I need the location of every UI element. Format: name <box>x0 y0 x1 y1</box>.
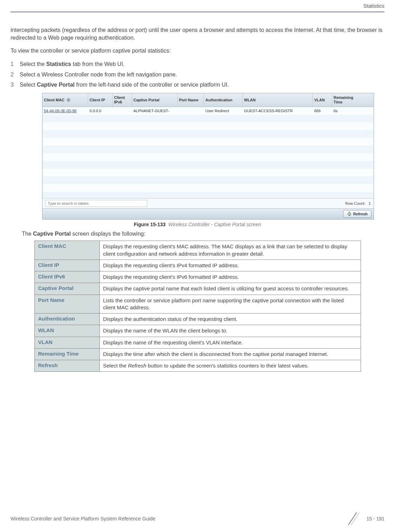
desc-label: WLAN <box>34 325 99 337</box>
step-1: 1 Select the Statistics tab from the Web… <box>11 60 384 69</box>
page-header: Statistics <box>11 0 384 12</box>
desc-table-row: AuthenticationDisplays the authenticatio… <box>34 314 361 325</box>
cell-client-ip: 0.0.0.0 <box>88 109 113 113</box>
desc-text: Displays the captive portal name that ea… <box>99 283 361 295</box>
screenshot-figure: Client MAC Client IP Client IPv6 Captive… <box>42 93 374 220</box>
desc-text: Displays the authentication status of th… <box>99 314 361 325</box>
desc-label: VLAN <box>34 337 99 348</box>
step-text: Select Captive Portal from the left-hand… <box>20 80 229 89</box>
page-footer: Wireless Controller and Service Platform… <box>11 512 384 526</box>
table-row[interactable]: 54-44-08-3E-00-98 0.0.0.0 ALPHANET-GUEST… <box>42 107 374 115</box>
table-intro: The Captive Portal screen displays the f… <box>22 231 384 237</box>
table-header-row: Client MAC Client IP Client IPv6 Captive… <box>42 93 374 107</box>
desc-label: Port Name <box>34 295 99 314</box>
col-header-port-name[interactable]: Port Name <box>178 93 204 107</box>
desc-table-row: RefreshSelect the Refresh button to upda… <box>34 360 361 372</box>
col-header-client-ip[interactable]: Client IP <box>88 93 113 107</box>
col-header-authentication[interactable]: Authentication <box>204 93 243 107</box>
client-mac-link[interactable]: 54-44-08-3E-00-98 <box>44 109 77 113</box>
refresh-icon <box>347 211 352 216</box>
guide-title: Wireless Controller and Service Platform… <box>11 516 155 521</box>
step-3: 3 Select Captive Portal from the left-ha… <box>11 80 384 89</box>
desc-text: Displays the requesting client's IPv6 fo… <box>99 271 361 283</box>
desc-table-row: VLANDisplays the name of the requesting … <box>34 337 361 348</box>
captive-portal-table: Client MAC Client IP Client IPv6 Captive… <box>42 93 374 220</box>
step-text: Select a Wireless Controller node from t… <box>20 70 177 79</box>
desc-label: Captive Portal <box>34 283 99 295</box>
desc-table-row: Remaining TimeDisplays the time after wh… <box>34 348 361 360</box>
table-footer: Row Count: 1 <box>42 198 374 208</box>
figure-caption: Figure 15-133 Wireless Controller - Capt… <box>11 222 384 227</box>
cell-remaining-time: 0s <box>332 109 364 113</box>
desc-label: Client MAC <box>34 241 99 260</box>
table-search-input[interactable] <box>45 200 147 207</box>
step-number: 2 <box>11 70 15 79</box>
desc-table-row: Captive PortalDisplays the captive porta… <box>34 283 361 295</box>
desc-label: Authentication <box>34 314 99 325</box>
step-number: 1 <box>11 60 15 69</box>
desc-text: Displays the time after which the client… <box>99 348 361 360</box>
desc-table-row: Port NameLists the controller or service… <box>34 295 361 314</box>
desc-text: Displays the name of the WLAN the client… <box>99 325 361 337</box>
intro-paragraph-1: intercepting packets (regardless of the … <box>11 26 384 42</box>
bold-statistics: Statistics <box>46 61 71 67</box>
section-title: Statistics <box>363 3 384 9</box>
desc-label: Remaining Time <box>34 348 99 360</box>
step-number: 3 <box>11 80 15 89</box>
step-text: Select the Statistics tab from the Web U… <box>20 60 125 69</box>
cell-vlan: 666 <box>313 109 332 113</box>
refresh-button[interactable]: Refresh <box>343 210 371 218</box>
desc-label: Refresh <box>34 360 99 372</box>
col-header-client-mac[interactable]: Client MAC <box>42 93 88 107</box>
desc-label: Client IP <box>34 260 99 271</box>
desc-table-row: Client MACDisplays the requesting client… <box>34 241 361 260</box>
step-2: 2 Select a Wireless Controller node from… <box>11 70 384 79</box>
desc-text: Displays the requesting client's IPv4 fo… <box>99 260 361 271</box>
desc-text: Displays the name of the requesting clie… <box>99 337 361 348</box>
cell-wlan: GUEST-ACCESS-REGISTR <box>243 109 313 113</box>
desc-text: Displays the requesting client's MAC add… <box>99 241 361 260</box>
col-header-captive-portal[interactable]: Captive Portal <box>132 93 178 107</box>
action-bar: Refresh <box>42 208 374 219</box>
desc-text: Select the Refresh button to update the … <box>99 360 361 372</box>
steps-list: 1 Select the Statistics tab from the Web… <box>11 60 384 89</box>
desc-text: Lists the controller or service platform… <box>99 295 361 314</box>
intro-paragraph-2: To view the controller or service platfo… <box>11 47 384 55</box>
col-header-wlan[interactable]: WLAN <box>243 93 313 107</box>
col-header-client-ipv6[interactable]: Client IPv6 <box>113 93 132 107</box>
figure-description: Wireless Controller - Captive Portal scr… <box>168 222 261 227</box>
cell-authentication: User Redirect <box>204 109 243 113</box>
desc-table-row: WLANDisplays the name of the WLAN the cl… <box>34 325 361 337</box>
col-header-vlan[interactable]: VLAN <box>313 93 332 107</box>
page-number: 15 - 191 <box>367 516 384 521</box>
desc-label: Client IPv6 <box>34 271 99 283</box>
sort-indicator-icon <box>67 98 70 102</box>
slash-icon <box>346 512 362 526</box>
bold-captive-portal: Captive Portal <box>37 82 75 88</box>
cell-captive-portal: ALPHANET-GUEST- <box>132 109 178 113</box>
figure-number: Figure 15-133 <box>134 222 165 227</box>
refresh-button-label: Refresh <box>353 212 368 216</box>
desc-table-row: Client IPv6Displays the requesting clien… <box>34 271 361 283</box>
table-body: 54-44-08-3E-00-98 0.0.0.0 ALPHANET-GUEST… <box>42 107 374 198</box>
row-count: Row Count: 1 <box>345 201 371 206</box>
col-header-remaining-time[interactable]: Remaining Time <box>332 93 364 107</box>
description-table: Client MACDisplays the requesting client… <box>34 241 361 372</box>
desc-table-row: Client IPDisplays the requesting client'… <box>34 260 361 271</box>
